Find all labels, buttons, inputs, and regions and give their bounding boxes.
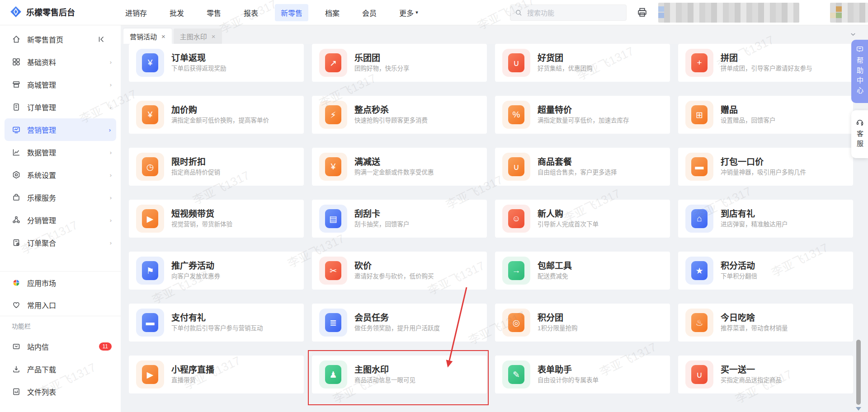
card-subtitle: 做任务领奖励，提升用户活跃度 bbox=[354, 325, 440, 332]
card-title: 会员任务 bbox=[354, 314, 440, 322]
card-bulk-special-price[interactable]: % 超量特价满指定数量可享低价，加速去库存 bbox=[495, 96, 670, 134]
sidebar-item-order-aggregation[interactable]: 订单聚合 › bbox=[0, 231, 121, 254]
card-title: 买一送一 bbox=[721, 365, 782, 374]
app-window: 乐檬零售后台 进销存 批发 零售 报表 新零售 档案 会员 更多▾ bbox=[0, 0, 868, 412]
close-tab-icon[interactable]: × bbox=[212, 33, 216, 40]
card-limited-time-discount[interactable]: ◷ 限时折扣指定商品特价促销 bbox=[129, 148, 304, 186]
vertical-scrollbar-thumb[interactable] bbox=[856, 340, 861, 405]
card-title: 支付有礼 bbox=[171, 314, 263, 322]
card-group-buy[interactable]: + 拼团拼单成团，引导客户邀请好友参与 bbox=[678, 44, 853, 82]
main-image-watermark-stamp-icon: ♟ bbox=[319, 360, 347, 389]
card-title: 整点秒杀 bbox=[354, 106, 428, 114]
short-video-sales-icon: ▶ bbox=[136, 205, 164, 233]
sidebar-item-system-settings[interactable]: 系统设置 › bbox=[0, 164, 121, 186]
card-package-fixed-price[interactable]: ▬ 打包一口价冲销量神器，吸引用户多购几件 bbox=[678, 148, 853, 186]
card-points-campaign[interactable]: ★ 积分活动下单积分翻倍 bbox=[678, 252, 853, 290]
icon-glyph: ≣ bbox=[325, 313, 341, 332]
card-main-image-watermark[interactable]: ♟ 主图水印商品活动信息一眼可见 bbox=[312, 356, 487, 393]
nav-archives[interactable]: 档案 bbox=[319, 4, 345, 21]
function-search[interactable] bbox=[510, 5, 627, 21]
card-buy-one-get-one[interactable]: ∪ 买一送一买指定商品送指定商品 bbox=[678, 356, 853, 393]
icon-glyph: ⊞ bbox=[691, 105, 708, 124]
nav-members[interactable]: 会员 bbox=[356, 4, 382, 21]
card-free-shipping-tool[interactable]: → 包邮工具配送费减免 bbox=[495, 252, 670, 290]
card-what-to-eat-today[interactable]: ♨ 今日吃啥推荐菜谱，带动食材销量 bbox=[678, 304, 853, 342]
redacted-account-info bbox=[658, 3, 799, 23]
customer-service-label: 客服 bbox=[855, 130, 864, 150]
card-subtitle: 好货集结，优惠团购 bbox=[538, 66, 593, 72]
marketing-chart-icon bbox=[12, 125, 21, 134]
group-buy-icon: + bbox=[685, 49, 713, 77]
bargain-icon: ✂ bbox=[319, 257, 347, 285]
card-bargain[interactable]: ✂ 砍价邀请好友参与砍价，低价购买 bbox=[312, 252, 487, 290]
icon-glyph: ✂ bbox=[325, 261, 341, 280]
customer-service-tab[interactable]: 客服 bbox=[851, 110, 868, 158]
sidebar-item-internal-mail[interactable]: 站内信 11 bbox=[0, 335, 121, 358]
icon-glyph: ¥ bbox=[142, 105, 158, 124]
sidebar-item-basic-data[interactable]: 基础资料 › bbox=[0, 51, 121, 73]
card-spend-and-save[interactable]: ¥ 满减送购满一定金额或件数享受优惠 bbox=[312, 148, 487, 186]
print-button[interactable] bbox=[637, 7, 648, 20]
mini-program-live-icon: ▶ bbox=[136, 360, 164, 389]
card-free-gift[interactable]: ⊞ 赠品设置赠品，回馈客户 bbox=[678, 96, 853, 134]
nav-inventory[interactable]: 进销存 bbox=[119, 4, 153, 21]
sidebar-item-product-download[interactable]: 产品下载 bbox=[0, 358, 121, 380]
sidebar-item-order-management[interactable]: 订单管理 › bbox=[0, 96, 121, 118]
line-chart-icon bbox=[12, 148, 21, 157]
nav-wholesale[interactable]: 批发 bbox=[164, 4, 190, 21]
chevron-right-icon: › bbox=[110, 194, 112, 201]
card-title: 限时折扣 bbox=[171, 158, 220, 166]
card-in-store-gift[interactable]: ⌂ 到店有礼进店弹窗，精准触达用户 bbox=[678, 200, 853, 238]
card-subtitle: 自由组合售卖，客户更多选择 bbox=[538, 169, 617, 176]
search-input[interactable] bbox=[526, 9, 612, 17]
chevron-right-icon: › bbox=[110, 81, 112, 88]
help-center-tab[interactable]: 帮助中心 bbox=[851, 40, 868, 103]
tab-marketing-activities[interactable]: 营销活动 × bbox=[123, 28, 172, 44]
sidebar-item-mall-management[interactable]: 商城管理 › bbox=[0, 73, 121, 96]
icon-glyph: ★ bbox=[691, 261, 708, 280]
icon-glyph: ✎ bbox=[508, 365, 524, 384]
sidebar-item-app-market[interactable]: 应用市场 bbox=[0, 272, 121, 294]
sidebar-item-home-page[interactable]: 新零售首页 bbox=[0, 28, 121, 51]
card-add-on-purchase[interactable]: ¥ 加价购满指定金额可低价换购，提高客单价 bbox=[129, 96, 304, 134]
tab-overflow-button[interactable] bbox=[846, 29, 860, 40]
card-order-cashback[interactable]: ¥ 订单返现下单后获得返现奖励 bbox=[129, 44, 304, 82]
card-subtitle: 下单付款后引导客户参与营销互动 bbox=[171, 325, 263, 332]
sidebar-item-data-management[interactable]: 数据管理 › bbox=[0, 141, 121, 164]
package-fixed-price-icon: ▬ bbox=[685, 153, 713, 181]
card-points-group-buy[interactable]: ◎ 积分团1积分限量抢购 bbox=[495, 304, 670, 342]
nav-new-retail[interactable]: 新零售 bbox=[275, 4, 308, 21]
close-tab-icon[interactable]: × bbox=[161, 33, 165, 40]
nav-more[interactable]: 更多▾ bbox=[393, 4, 424, 21]
card-coupon-campaign[interactable]: ⚑ 推广券活动向客户发放优惠券 bbox=[129, 252, 304, 290]
card-happy-group-buy[interactable]: ↗ 乐团团团购好物，快乐分享 bbox=[312, 44, 487, 82]
card-new-customer-purchase[interactable]: ☺ 新人购引导新人完成首次下单 bbox=[495, 200, 670, 238]
sidebar-item-frequent-entries[interactable]: 常用入口 bbox=[0, 294, 121, 316]
sidebar-item-lemon-services[interactable]: 乐檬服务 › bbox=[0, 186, 121, 209]
collapse-sidebar-icon[interactable] bbox=[97, 35, 112, 43]
card-short-video-sales[interactable]: ▶ 短视频带货视觉营销，带货新体验 bbox=[129, 200, 304, 238]
card-product-bundle[interactable]: ∪ 商品套餐自由组合售卖，客户更多选择 bbox=[495, 148, 670, 186]
card-member-tasks[interactable]: ≣ 会员任务做任务领奖励，提升用户活跃度 bbox=[312, 304, 487, 342]
card-form-assistant[interactable]: ✎ 表单助手自由设计你的专属表单 bbox=[495, 356, 670, 393]
scroll-down-arrow-icon[interactable] bbox=[856, 407, 861, 411]
card-payment-reward[interactable]: ▬ 支付有礼下单付款后引导客户参与营销互动 bbox=[129, 304, 304, 342]
good-goods-group-icon: ∪ bbox=[502, 49, 530, 77]
sidebar-item-file-list[interactable]: 文件列表 bbox=[0, 380, 121, 403]
nav-reports[interactable]: 报表 bbox=[238, 4, 264, 21]
card-good-goods-group[interactable]: ∪ 好货团好货集结，优惠团购 bbox=[495, 44, 670, 82]
card-title: 刮刮卡 bbox=[354, 210, 410, 218]
card-subtitle: 1积分限量抢购 bbox=[538, 325, 578, 332]
card-mini-program-live[interactable]: ▶ 小程序直播直播带货 bbox=[129, 356, 304, 393]
card-scratch-card[interactable]: ▤ 刮刮卡刮卡抽奖，回馈客户 bbox=[312, 200, 487, 238]
points-campaign-icon: ★ bbox=[685, 257, 713, 285]
nav-retail[interactable]: 零售 bbox=[201, 4, 227, 21]
sidebar-item-distribution-management[interactable]: 分销管理 › bbox=[0, 209, 121, 231]
home-icon bbox=[12, 35, 21, 44]
tab-main-image-watermark[interactable]: 主图水印 × bbox=[174, 28, 222, 44]
icon-glyph: ⚡ bbox=[325, 105, 341, 124]
sidebar-item-marketing-management[interactable]: 营销管理 › bbox=[5, 118, 116, 141]
card-flash-sale[interactable]: ⚡ 整点秒杀快速抢购引导顾客更多消费 bbox=[312, 96, 487, 134]
top-bar: 乐檬零售后台 进销存 批发 零售 报表 新零售 档案 会员 更多▾ bbox=[0, 0, 868, 25]
card-title: 小程序直播 bbox=[171, 365, 214, 374]
